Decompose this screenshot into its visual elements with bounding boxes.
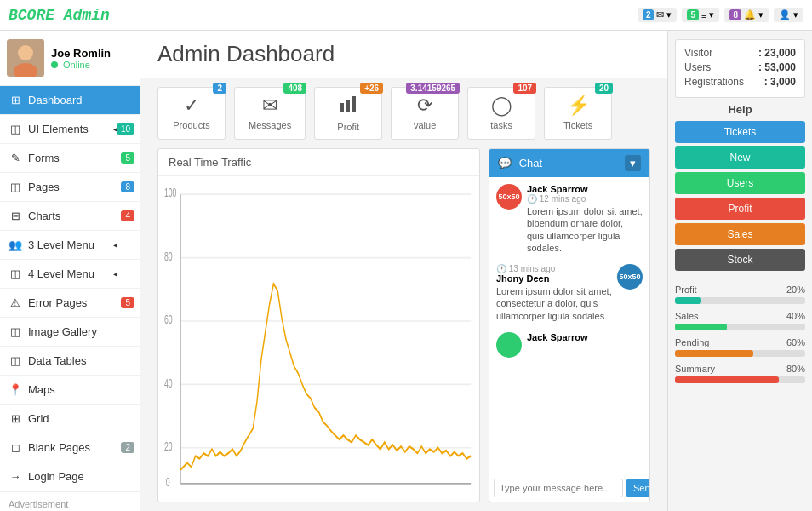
stat-label: Products	[173, 120, 209, 130]
sidebar-item-label: Pages	[28, 181, 60, 193]
checkmark-icon: ✓	[184, 95, 199, 117]
traffic-chart: 100 80 60 40 20 0	[163, 181, 475, 497]
4level-icon: ◫	[9, 267, 22, 280]
sidebar-footer: Advertisement	[0, 491, 140, 511]
sidebar-item-charts[interactable]: ⊟ Charts 4	[0, 202, 140, 231]
progress-percent: 20%	[786, 284, 805, 295]
stat-value[interactable]: 3.14159265 ⟳ value	[391, 87, 459, 140]
stat-label: Tickets	[563, 120, 592, 130]
sidebar-item-maps[interactable]: 📍 Maps	[0, 376, 140, 405]
tables-icon: ◫	[9, 354, 22, 367]
sidebar-user: Joe Romlin Online	[0, 31, 140, 86]
users-value: : 53,000	[758, 61, 796, 73]
charts-icon: ⊟	[9, 210, 22, 222]
reg-row: Registrations : 3,000	[684, 76, 796, 88]
stat-tickets[interactable]: 20 ⚡ Tickets	[544, 87, 612, 140]
badge: 10	[117, 123, 134, 135]
nav-badge-list[interactable]: 5 ≡ ▾	[682, 8, 719, 22]
chat-msg-body: Jack Sparrow 🕐 12 mins ago Lorem ipsum d…	[527, 184, 643, 254]
progress-percent: 60%	[786, 337, 805, 347]
stat-badge: +26	[360, 83, 383, 94]
new-button[interactable]: New	[675, 146, 805, 169]
chat-message: 50x50 🕐 13 mins ago Jhony Deen Lorem ips…	[496, 264, 643, 322]
sidebar-item-error-pages[interactable]: ⚠ Error Pages 5	[0, 289, 140, 318]
sidebar-item-label: Image Gallery	[28, 325, 97, 338]
chat-messages: 50x50 Jack Sparrow 🕐 12 mins ago Lorem i…	[489, 177, 649, 474]
sidebar-item-label: Grid	[28, 412, 49, 425]
chart-body: 100 80 60 40 20 0	[158, 176, 479, 502]
sidebar-item-forms[interactable]: ✎ Forms 5	[0, 144, 140, 173]
sidebar-item-ui-elements[interactable]: ◫ UI Elements ◂ 10	[0, 115, 140, 144]
sidebar-item-grid[interactable]: ⊞ Grid	[0, 405, 140, 433]
chevron-icon: ◂	[113, 240, 117, 250]
help-section: Help Tickets New Users Profit Sales Stoc…	[675, 103, 805, 274]
stat-profit[interactable]: +26 Profit	[314, 87, 382, 140]
progress-label: Pending	[675, 337, 709, 347]
stat-label: Messages	[249, 120, 291, 130]
list-count: 5	[687, 9, 699, 20]
barchart-icon	[339, 95, 357, 118]
progress-header: Profit 20%	[675, 284, 805, 295]
progress-percent: 40%	[786, 311, 805, 321]
bell-count: 8	[729, 9, 741, 20]
sidebar-item-label: Login Page	[28, 470, 84, 483]
progress-sales: Sales 40%	[675, 311, 805, 330]
lightning-icon: ⚡	[567, 95, 590, 117]
nav-badge-mail[interactable]: 2 ✉ ▾	[638, 8, 678, 22]
sidebar: Joe Romlin Online ⊞ Dashboard ◫ UI Eleme…	[0, 31, 140, 511]
chat-avatar	[496, 332, 522, 358]
sidebar-item-image-gallery[interactable]: ◫ Image Gallery	[0, 318, 140, 347]
username: Joe Romlin	[51, 47, 111, 60]
sidebar-item-label: Dashboard	[28, 94, 83, 106]
msg-time: 🕐 12 mins ago	[527, 194, 643, 204]
chat-msg-body: Jack Sparrow	[527, 332, 643, 342]
sidebar-item-3level[interactable]: 👥 3 Level Menu ◂	[0, 231, 140, 260]
stat-messages[interactable]: 408 ✉ Messages	[234, 87, 306, 140]
users-row: Users : 53,000	[684, 61, 796, 73]
progress-bar-fill	[675, 350, 753, 357]
sales-button[interactable]: Sales	[675, 223, 805, 245]
profit-button[interactable]: Profit	[675, 198, 805, 220]
panels: Real Time Traffic 100 80 60 40 20 0	[140, 148, 667, 511]
sidebar-item-data-tables[interactable]: ◫ Data Tables	[0, 347, 140, 376]
stat-label: tasks	[490, 120, 512, 130]
chat-header: 💬 Chat ▾	[489, 149, 649, 177]
sidebar-item-label: Data Tables	[28, 354, 86, 367]
pages-icon: ◫	[9, 181, 22, 193]
tickets-button[interactable]: Tickets	[675, 121, 805, 143]
sidebar-item-label: 4 Level Menu	[28, 267, 94, 280]
sidebar-item-dashboard[interactable]: ⊞ Dashboard	[0, 86, 140, 115]
stat-tasks[interactable]: 107 ◯ tasks	[467, 87, 535, 140]
svg-text:60: 60	[164, 313, 173, 327]
stock-button[interactable]: Stock	[675, 249, 805, 271]
sidebar-item-4level[interactable]: ◫ 4 Level Menu ◂	[0, 260, 140, 289]
right-panel: Visitor : 23,000 Users : 53,000 Registra…	[667, 31, 812, 511]
dashboard-icon: ⊞	[9, 94, 22, 106]
badge: 2	[121, 442, 134, 453]
chat-input[interactable]	[494, 479, 623, 497]
sidebar-item-login[interactable]: → Login Page	[0, 462, 140, 491]
nav-badge-bell[interactable]: 8 🔔 ▾	[724, 8, 769, 22]
visitor-value: : 23,000	[758, 47, 796, 59]
chat-dropdown-button[interactable]: ▾	[625, 155, 641, 171]
chart-title: Real Time Traffic	[158, 149, 479, 176]
circle-icon: ◯	[491, 95, 512, 117]
stat-badge: 2	[213, 83, 226, 94]
page-header: Admin Dashboard	[140, 31, 667, 78]
forms-icon: ✎	[9, 152, 22, 164]
user-info: Joe Romlin Online	[51, 47, 111, 70]
sidebar-item-label: Maps	[28, 383, 55, 396]
progress-label: Summary	[675, 364, 715, 374]
right-stats: Visitor : 23,000 Users : 53,000 Registra…	[675, 39, 805, 98]
users-button[interactable]: Users	[675, 172, 805, 194]
stat-products[interactable]: 2 ✓ Products	[157, 87, 226, 140]
page-title: Admin Dashboard	[157, 41, 650, 67]
badge: 8	[121, 181, 134, 192]
sidebar-item-label: UI Elements	[28, 123, 89, 135]
progress-bar-fill	[675, 297, 701, 304]
send-button[interactable]: Send	[626, 479, 650, 497]
sidebar-item-pages[interactable]: ◫ Pages 8	[0, 173, 140, 202]
sidebar-item-blank-pages[interactable]: ◻ Blank Pages 2	[0, 433, 140, 462]
svg-rect-5	[352, 96, 356, 112]
nav-badge-user[interactable]: 👤 ▾	[774, 8, 803, 22]
